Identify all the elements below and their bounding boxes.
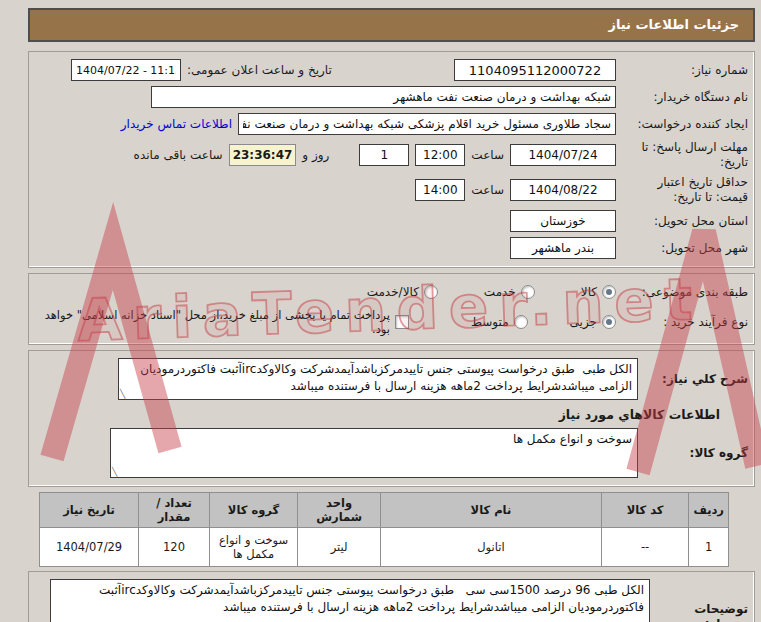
medium-radio-label: متوسط (471, 315, 509, 329)
row-need-number: شماره نیاز: تاریخ و ساعت اعلان عمومی: (71, 59, 748, 81)
announce-datetime-label: تاریخ و ساعت اعلان عمومی: (187, 63, 332, 78)
province-input[interactable] (510, 210, 616, 232)
treasury-payment-label: پرداخت تمام یا بخشی از مبلغ خرید،از محل … (35, 308, 390, 336)
need-number-label: شماره نیاز: (622, 63, 748, 78)
classification-group: طبقه بندی موضوعی: کالا خدمت کالا/خدمت نو… (28, 273, 755, 345)
minor-radio[interactable] (602, 315, 616, 329)
col-unit: واحد شمارش (298, 493, 381, 528)
need-number-input[interactable] (454, 59, 616, 81)
minor-radio-label: جزیی (570, 315, 597, 329)
main-content: جزئیات اطلاعات نیاز شماره نیاز: تاریخ و … (28, 8, 755, 622)
process-type-label: نوع فرآیند خرید : (622, 315, 748, 330)
col-goods-name: نام کالا (381, 493, 602, 528)
option-minor: جزیی (570, 315, 616, 329)
goods-section-title: اطلاعات کالاهاي مورد نیاز (35, 407, 720, 422)
announce-datetime-input[interactable] (71, 59, 181, 81)
option-treasury-payment: پرداخت تمام یا بخشی از مبلغ خرید،از محل … (35, 308, 409, 336)
buyer-notes-label: توضیحات خریدار: (656, 602, 748, 622)
buyer-contact-link[interactable]: اطلاعات تماس خریدار (121, 117, 232, 131)
page-title: جزئیات اطلاعات نیاز (28, 8, 755, 42)
table-row: 1 -- اتانول لیتر سوخت و انواع مکمل ها 12… (40, 528, 729, 567)
col-goods-code: کد کالا (601, 493, 689, 528)
city-label: شهر محل تحویل: (622, 241, 748, 256)
need-description-label: شرح کلي نیاز: (644, 372, 748, 387)
goods-service-radio[interactable] (424, 285, 438, 299)
price-validity-date-input[interactable] (510, 179, 616, 201)
cell-quantity: 120 (139, 528, 210, 567)
reply-deadline-hour-input[interactable] (415, 144, 465, 166)
cell-goods-group: سوخت و انواع مکمل ها (209, 528, 297, 567)
price-validity-hour-input[interactable] (415, 179, 465, 201)
cell-goods-code: -- (601, 528, 689, 567)
treasury-payment-checkbox[interactable] (395, 315, 409, 329)
goods-group-wrap: سوخت و انواع مکمل ها ╲ (110, 428, 638, 478)
row-buyer-org: نام دستگاه خریدار: (35, 86, 748, 108)
row-process-type: نوع فرآیند خرید : جزیی متوسط پرداخت تمام… (35, 308, 748, 336)
cell-need-date: 1404/07/29 (40, 528, 139, 567)
row-reply-deadline: مهلت ارسال پاسخ: تا تاریخ: ساعت روز و 23… (35, 140, 748, 170)
row-goods-group: گروه کالا: سوخت و انواع مکمل ها ╲ (35, 428, 748, 478)
price-validity-label: حداقل تاریخ اعتبار قیمت: تا تاریخ: (622, 175, 748, 205)
request-creator-input[interactable] (238, 113, 616, 135)
option-service: خدمت (484, 285, 535, 299)
description-group: شرح کلي نیاز: الکل طبی طبق درخواست پیوست… (28, 350, 755, 487)
need-description-textarea[interactable]: الکل طبی طبق درخواست پیوستی جنس تاییدمرک… (118, 358, 638, 400)
goods-radio-label: کالا (581, 285, 597, 299)
subject-class-label: طبقه بندی موضوعی: (622, 285, 748, 300)
goods-group-label: گروه کالا: (644, 446, 748, 461)
price-validity-hour-label: ساعت (471, 183, 504, 197)
days-remaining-input[interactable] (359, 144, 409, 166)
row-buyer-notes: توضیحات خریدار: الکل طبی 96 درصد 1500سی … (35, 579, 748, 622)
option-goods-service: کالا/خدمت (367, 285, 438, 299)
days-remaining-label: روز و (302, 148, 329, 162)
cell-goods-name: اتانول (381, 528, 602, 567)
buyer-notes-textarea[interactable]: الکل طبی 96 درصد 1500سی سی طبق درخواست پ… (50, 579, 650, 622)
row-province: استان محل تحویل: (35, 210, 748, 232)
col-need-date: تاریخ نیاز (40, 493, 139, 528)
request-creator-label: ایجاد کننده درخواست: (622, 117, 748, 132)
time-remaining-label: ساعت باقی مانده (134, 148, 223, 162)
col-goods-group: گروه کالا (209, 493, 297, 528)
goods-table-header-row: ردیف کد کالا نام کالا واحد شمارش گروه کا… (40, 493, 729, 528)
option-medium: متوسط (471, 315, 528, 329)
time-remaining-value: 23:36:47 (229, 144, 297, 166)
option-goods: کالا (581, 285, 616, 299)
city-input[interactable] (510, 237, 616, 259)
goods-group-textarea[interactable]: سوخت و انواع مکمل ها (110, 428, 638, 478)
cell-row-number: 1 (689, 528, 729, 567)
need-details-page: { "title": "جزئیات اطلاعات نیاز", "water… (0, 0, 761, 622)
buyer-notes-group: توضیحات خریدار: الکل طبی 96 درصد 1500سی … (28, 571, 755, 622)
need-description-wrap: الکل طبی طبق درخواست پیوستی جنس تاییدمرک… (118, 358, 638, 400)
reply-deadline-hour-label: ساعت (471, 148, 504, 162)
need-details-group: شماره نیاز: تاریخ و ساعت اعلان عمومی: نا… (28, 51, 755, 268)
row-price-validity: حداقل تاریخ اعتبار قیمت: تا تاریخ: ساعت (35, 175, 748, 205)
goods-service-radio-label: کالا/خدمت (367, 285, 419, 299)
buyer-notes-wrap: الکل طبی 96 درصد 1500سی سی طبق درخواست پ… (50, 579, 650, 622)
row-city: شهر محل تحویل: (35, 237, 748, 259)
row-subject-class: طبقه بندی موضوعی: کالا خدمت کالا/خدمت (35, 281, 748, 303)
reply-deadline-label: مهلت ارسال پاسخ: تا تاریخ: (622, 140, 748, 170)
goods-table: ردیف کد کالا نام کالا واحد شمارش گروه کا… (39, 492, 729, 567)
medium-radio[interactable] (514, 315, 528, 329)
row-need-description: شرح کلي نیاز: الکل طبی طبق درخواست پیوست… (35, 358, 748, 400)
reply-deadline-date-input[interactable] (510, 144, 616, 166)
service-radio[interactable] (521, 285, 535, 299)
col-quantity: تعداد / مقدار (139, 493, 210, 528)
col-row-number: ردیف (689, 493, 729, 528)
province-label: استان محل تحویل: (622, 214, 748, 229)
cell-unit: لیتر (298, 528, 381, 567)
goods-radio[interactable] (602, 285, 616, 299)
row-request-creator: ایجاد کننده درخواست: اطلاعات تماس خریدار (35, 113, 748, 135)
service-radio-label: خدمت (484, 285, 516, 299)
buyer-org-input[interactable] (151, 86, 616, 108)
buyer-org-label: نام دستگاه خریدار: (622, 90, 748, 105)
